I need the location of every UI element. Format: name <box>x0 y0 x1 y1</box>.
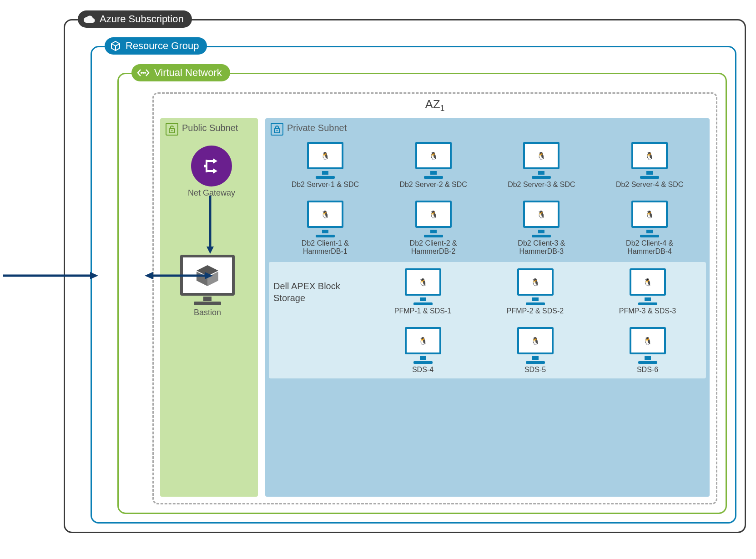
db2-client-vm: 🐧Db2 Client-3 & HammerDB-3 <box>490 201 594 256</box>
tux-icon: 🐧 <box>531 337 540 345</box>
svg-marker-15 <box>213 158 217 164</box>
arrow-router-to-bastion <box>145 271 213 280</box>
db2-client-vm: 🐧Db2 Client-4 & HammerDB-4 <box>598 201 701 256</box>
svg-marker-26 <box>90 272 98 279</box>
apex-block-storage: Dell APEX Block Storage 🐧PFMP-1 & SDS-1 … <box>269 262 706 378</box>
db2-client-vm: 🐧Db2 Client-2 & HammerDB-2 <box>382 201 485 256</box>
svg-point-11 <box>171 130 173 131</box>
cloud-icon <box>83 15 95 24</box>
server-row: 🐧Db2 Server-1 & SDC 🐧Db2 Server-2 & SDC … <box>271 136 704 258</box>
svg-rect-13 <box>206 160 207 172</box>
svg-marker-28 <box>145 272 153 279</box>
pfmp-vm: 🐧PFMP-2 & SDS-2 <box>481 268 589 315</box>
public-subnet-title: Public Subnet <box>182 123 238 133</box>
tux-icon: 🐧 <box>321 151 330 160</box>
tux-icon: 🐧 <box>531 278 540 287</box>
tux-icon: 🐧 <box>645 151 654 160</box>
svg-point-24 <box>277 130 278 131</box>
sds-vm: 🐧SDS-6 <box>594 327 701 374</box>
svg-rect-14 <box>207 160 213 162</box>
bastion-label: Bastion <box>194 308 221 317</box>
pfmp-vm: 🐧PFMP-3 & SDS-3 <box>594 268 701 315</box>
virtual-network-text: Virtual Network <box>154 67 222 79</box>
az-title: AZ1 <box>154 94 716 116</box>
resource-group-label: Resource Group <box>105 37 207 55</box>
architecture-diagram: Azure Subscription Resource Group <box>9 9 746 546</box>
tux-icon: 🐧 <box>645 210 654 219</box>
arrow-users-to-router <box>3 271 98 280</box>
tux-icon: 🐧 <box>321 210 330 219</box>
tux-icon: 🐧 <box>418 278 428 287</box>
svg-point-7 <box>141 72 142 74</box>
virtual-network-label: Virtual Network <box>131 64 230 81</box>
db2-server-vm: 🐧Db2 Server-2 & SDC <box>382 142 485 189</box>
availability-zone-box: AZ1 Public Subnet <box>152 92 717 504</box>
tux-icon: 🐧 <box>429 151 438 160</box>
svg-marker-29 <box>205 272 213 279</box>
private-subnet: Private Subnet 🐧Db2 Server-1 & SDC 🐧Db2 … <box>265 118 710 497</box>
azure-subscription-label: Azure Subscription <box>78 10 192 28</box>
net-gateway-icon <box>191 146 232 186</box>
public-subnet: Public Subnet <box>160 118 258 497</box>
sds-vm: 🐧SDS-5 <box>481 327 589 374</box>
private-subnet-title: Private Subnet <box>287 123 347 133</box>
db2-server-vm: 🐧Db2 Server-4 & SDC <box>598 142 701 189</box>
sds-vm: 🐧SDS-4 <box>369 327 477 374</box>
tux-icon: 🐧 <box>418 337 428 345</box>
bastion-host: Bastion <box>180 255 235 317</box>
svg-point-8 <box>142 72 144 74</box>
tux-icon: 🐧 <box>429 210 438 219</box>
lock-closed-icon <box>271 123 283 136</box>
azure-subscription-text: Azure Subscription <box>100 13 184 25</box>
lock-open-icon <box>166 123 178 136</box>
virtual-network-container: Virtual Network AZ1 Public Subnet <box>117 73 727 514</box>
svg-rect-16 <box>207 170 213 172</box>
db2-server-vm: 🐧Db2 Server-3 & SDC <box>490 142 594 189</box>
apex-title: Dell APEX Block Storage <box>273 280 364 304</box>
resource-group-text: Resource Group <box>126 40 199 52</box>
db2-server-vm: 🐧Db2 Server-1 & SDC <box>273 142 377 189</box>
tux-icon: 🐧 <box>537 151 546 160</box>
tux-icon: 🐧 <box>643 337 652 345</box>
tux-icon: 🐧 <box>643 278 652 287</box>
cube-icon <box>110 40 121 51</box>
pfmp-vm: 🐧PFMP-1 & SDS-1 <box>369 268 477 315</box>
svg-marker-17 <box>213 168 217 174</box>
svg-rect-12 <box>204 165 206 167</box>
arrow-gateway-to-bastion <box>206 196 215 255</box>
vnet-icon <box>137 68 150 78</box>
tux-icon: 🐧 <box>537 210 546 219</box>
resource-group-container: Resource Group Virtual Network AZ1 <box>91 46 736 524</box>
db2-client-vm: 🐧Db2 Client-1 & HammerDB-1 <box>273 201 377 256</box>
svg-point-9 <box>144 72 146 74</box>
svg-marker-19 <box>207 247 214 254</box>
